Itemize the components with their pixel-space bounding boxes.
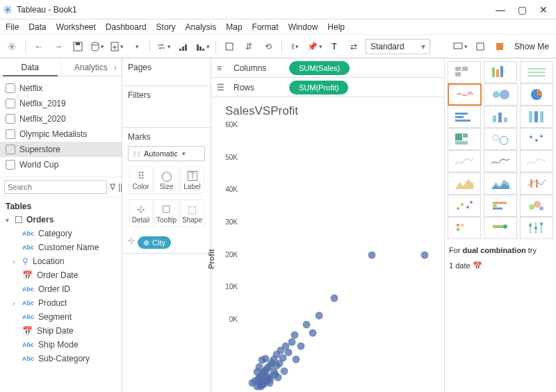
data-point[interactable] (257, 383, 265, 391)
field-item[interactable]: AbcCategory (0, 227, 122, 240)
showme-thumb[interactable] (484, 83, 517, 106)
text-icon[interactable]: T (327, 39, 342, 54)
field-item[interactable]: ›AbcProduct (0, 296, 122, 310)
field-item[interactable]: AbcCustomer Name (0, 240, 122, 254)
menu-worksheet[interactable]: Worksheet (56, 22, 96, 32)
showme-thumb[interactable] (520, 61, 553, 83)
tab-analytics[interactable]: Analytics‹ (61, 58, 122, 76)
rows-shelf[interactable]: ☰ Rows SUM(Profit) (211, 78, 444, 97)
columns-pill[interactable]: SUM(Sales) (289, 61, 350, 75)
menu-analysis[interactable]: Analysis (186, 22, 217, 32)
showme-thumb[interactable] (520, 106, 553, 128)
marks-size[interactable]: ◯Size (154, 166, 179, 194)
data-point[interactable] (291, 332, 299, 339)
forward-icon[interactable]: → (51, 39, 66, 54)
menu-story[interactable]: Story (156, 22, 176, 32)
showme-thumb[interactable] (484, 150, 517, 172)
data-point[interactable] (368, 252, 376, 259)
field-item[interactable]: ›⚲Location (0, 254, 122, 268)
marks-color[interactable]: ⠿Color (129, 166, 153, 194)
data-point[interactable] (309, 329, 317, 337)
menu-format[interactable]: Format (252, 22, 279, 32)
tab-data[interactable]: Data (0, 58, 61, 76)
showme-thumb[interactable] (520, 172, 553, 195)
chart-area[interactable]: Profit 60K50K40K30K20K10K0K (211, 121, 444, 392)
columns-shelf[interactable]: ≡ Columns SUM(Sales) (211, 58, 444, 78)
presentation-icon[interactable] (453, 39, 468, 54)
data-point[interactable] (421, 252, 429, 259)
marks-tooltip[interactable]: ☐Tooltip (154, 199, 179, 227)
marks-shape[interactable]: ⬚Shape (180, 199, 204, 227)
datasource-item[interactable]: World Cup (0, 157, 122, 172)
data-point[interactable] (279, 354, 286, 362)
showme-thumb[interactable] (521, 83, 553, 106)
showme-thumb[interactable] (448, 172, 481, 195)
new-datasource-icon[interactable] (90, 39, 105, 54)
showme-button[interactable]: Show Me (512, 42, 552, 51)
showme-thumb[interactable] (520, 195, 553, 217)
switch-icon[interactable]: ⇄ (346, 39, 361, 54)
menu-dashboard[interactable]: Dashboard (106, 22, 147, 32)
label-icon[interactable]: ℓ (288, 39, 303, 54)
field-item[interactable]: AbcShip Mode (0, 338, 122, 352)
field-item[interactable]: AbcSegment (0, 310, 122, 324)
showme-thumb[interactable] (520, 150, 553, 172)
showme-thumb[interactable] (448, 83, 482, 106)
menu-data[interactable]: Data (28, 22, 46, 32)
menu-window[interactable]: Window (288, 22, 318, 32)
fit-icon[interactable] (492, 39, 507, 54)
showme-thumb[interactable] (448, 150, 481, 172)
data-point[interactable] (280, 368, 288, 375)
field-item[interactable]: 📅Order Date (0, 268, 122, 282)
showme-thumb[interactable] (448, 128, 481, 150)
showme-thumb[interactable] (520, 217, 553, 239)
new-worksheet-icon[interactable] (109, 39, 124, 54)
clear-icon[interactable] (129, 39, 144, 54)
group-icon[interactable]: ⟲ (261, 39, 276, 54)
highlight-icon[interactable]: ⇵ (241, 39, 256, 54)
fit-dropdown[interactable]: Standard▾ (366, 39, 430, 54)
datasource-item[interactable]: Netflix_2020 (0, 111, 122, 126)
totals-icon[interactable] (222, 39, 237, 54)
datasource-item-selected[interactable]: Superstore (0, 142, 122, 157)
rows-pill[interactable]: SUM(Profit) (289, 81, 348, 95)
menu-file[interactable]: File (6, 22, 19, 32)
table-root[interactable]: ▾Orders (0, 213, 122, 227)
data-point[interactable] (261, 354, 269, 362)
data-point[interactable] (297, 342, 304, 350)
swap-icon[interactable] (156, 39, 171, 54)
showme-thumb[interactable] (484, 128, 517, 150)
menu-help[interactable]: Help (327, 22, 345, 32)
mark-type-dropdown[interactable]: ⫶⫶Automatic (128, 146, 205, 161)
filter-icon[interactable]: ∇ (110, 181, 115, 193)
chart-title[interactable]: SalesVSProfit (211, 97, 444, 121)
sort-asc-icon[interactable] (175, 39, 190, 54)
data-point[interactable] (293, 355, 300, 363)
showme-thumb[interactable] (448, 217, 481, 239)
showme-thumb[interactable] (520, 128, 553, 150)
showme-thumb[interactable] (448, 61, 481, 83)
showme-thumb[interactable] (448, 106, 481, 128)
showme-thumb[interactable] (448, 195, 481, 217)
datasource-item[interactable]: Netflix_2019 (0, 96, 122, 111)
datasource-item[interactable]: Olympic Medalists (0, 126, 122, 142)
filters-card[interactable]: Filters (122, 86, 211, 128)
showme-thumb[interactable] (484, 106, 517, 128)
field-item[interactable]: 📅Ship Date (0, 324, 122, 338)
data-point[interactable] (285, 349, 293, 357)
showme-thumb[interactable] (484, 172, 517, 195)
data-point[interactable] (330, 295, 338, 302)
data-point[interactable] (315, 312, 322, 320)
pin-icon[interactable]: 📌 (307, 39, 322, 54)
marks-label[interactable]: 🅃Label (180, 166, 204, 194)
data-point[interactable] (303, 320, 311, 328)
sort-desc-icon[interactable] (195, 39, 210, 54)
search-input[interactable] (4, 180, 107, 194)
minimize-button[interactable]: — (496, 4, 505, 15)
showme-thumb[interactable] (484, 61, 517, 83)
datasource-item[interactable]: Netflix (0, 81, 122, 96)
field-item[interactable]: AbcSub-Category (0, 352, 122, 366)
marks-pill-city[interactable]: ⊕ City (138, 236, 171, 249)
tableau-icon[interactable] (4, 39, 19, 54)
data-point[interactable] (255, 363, 263, 370)
